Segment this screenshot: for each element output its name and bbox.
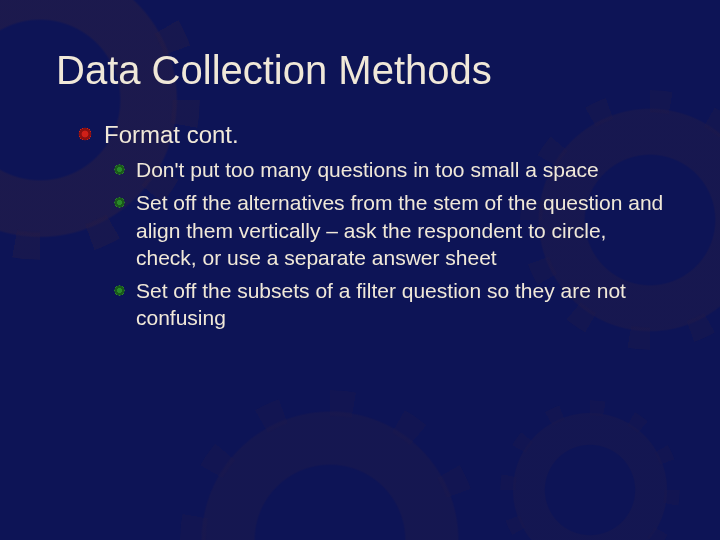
level1-label: Format cont. bbox=[104, 121, 239, 148]
bullet-list-level1: Format cont. Don't put too many question… bbox=[56, 120, 664, 332]
slide-container: Data Collection Methods Format cont. Don… bbox=[0, 0, 720, 540]
bullet-list-level2: Don't put too many questions in too smal… bbox=[104, 156, 664, 332]
bullet-text: Set off the subsets of a filter question… bbox=[136, 279, 626, 329]
slide-title: Data Collection Methods bbox=[56, 48, 664, 92]
list-item: Set off the subsets of a filter question… bbox=[136, 277, 664, 332]
bullet-text: Don't put too many questions in too smal… bbox=[136, 158, 599, 181]
list-item: Don't put too many questions in too smal… bbox=[136, 156, 664, 183]
bullet-text: Set off the alternatives from the stem o… bbox=[136, 191, 663, 269]
list-item: Format cont. Don't put too many question… bbox=[104, 120, 664, 332]
list-item: Set off the alternatives from the stem o… bbox=[136, 189, 664, 271]
